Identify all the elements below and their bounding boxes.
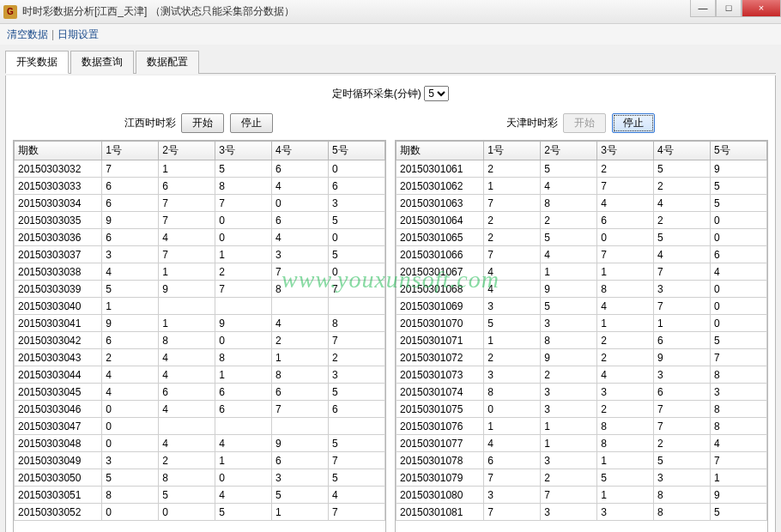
table-row[interactable]: 2015030106674746	[397, 246, 767, 263]
table-row[interactable]: 2015030107611878	[397, 418, 767, 435]
table-row[interactable]: 2015030106935470	[397, 298, 767, 315]
table-row[interactable]: 2015030304932167	[15, 452, 385, 469]
table-cell: 20150301064	[397, 212, 484, 229]
table-cell: 1	[484, 178, 541, 195]
table-row[interactable]: 2015030303467703	[15, 195, 385, 212]
table-row[interactable]: 2015030106525050	[397, 229, 767, 246]
table-cell: 5	[215, 504, 272, 521]
table-row[interactable]: 2015030304604676	[15, 401, 385, 418]
table-row[interactable]: 2015030304191948	[15, 315, 385, 332]
table-row[interactable]: 2015030305200517	[15, 504, 385, 521]
table-row[interactable]: 201503030470	[15, 418, 385, 435]
column-header[interactable]: 4号	[654, 142, 711, 160]
table-cell: 3	[102, 246, 159, 263]
table-cell: 20150301074	[397, 384, 484, 401]
table-cell: 5	[102, 469, 159, 487]
table-row[interactable]: 2015030304804495	[15, 435, 385, 452]
table-row[interactable]: 2015030303737135	[15, 246, 385, 263]
table-cell: 1	[102, 298, 159, 315]
column-header[interactable]: 2号	[541, 142, 597, 160]
left-table-scroll[interactable]: 期数1号2号3号4号5号 201503030327156020150303033…	[14, 141, 385, 532]
table-row[interactable]: 2015030106125259	[397, 160, 767, 178]
timer-select[interactable]: 5	[424, 86, 449, 101]
table-cell	[272, 418, 329, 435]
minimize-button[interactable]: —	[690, 0, 716, 17]
table-cell: 3	[484, 366, 541, 384]
table-row[interactable]: 2015030107053110	[397, 315, 767, 332]
table-cell: 4	[329, 487, 385, 504]
table-row[interactable]: 2015030107972531	[397, 469, 767, 487]
table-cell: 5	[272, 487, 329, 504]
table-cell: 8	[711, 366, 767, 384]
table-row[interactable]: 2015030304268027	[15, 332, 385, 349]
table-cell: 5	[329, 212, 385, 229]
table-row[interactable]: 2015030305185454	[15, 487, 385, 504]
table-row[interactable]: 2015030107332438	[397, 366, 767, 384]
table-cell: 0	[329, 229, 385, 246]
table-row[interactable]: 2015030107118265	[397, 332, 767, 349]
table-cell: 7	[541, 487, 597, 504]
table-row[interactable]: 2015030303664040	[15, 229, 385, 246]
column-header[interactable]: 期数	[397, 142, 484, 160]
column-header[interactable]: 4号	[272, 142, 329, 160]
table-row[interactable]: 2015030106378445	[397, 195, 767, 212]
table-cell: 5	[711, 178, 767, 195]
table-row[interactable]: 2015030107483363	[397, 384, 767, 401]
table-cell: 1	[541, 418, 597, 435]
table-row[interactable]: 2015030303959787	[15, 281, 385, 298]
table-row[interactable]: 2015030303841270	[15, 263, 385, 281]
table-row[interactable]: 2015030304324812	[15, 349, 385, 366]
column-header[interactable]: 2号	[159, 142, 215, 160]
tab-data-query[interactable]: 数据查询	[70, 51, 134, 74]
column-header[interactable]: 5号	[711, 142, 767, 160]
menu-date-settings[interactable]: 日期设置	[58, 27, 99, 42]
table-row[interactable]: 2015030106214725	[397, 178, 767, 195]
table-row[interactable]: 2015030304444183	[15, 366, 385, 384]
left-start-button[interactable]: 开始	[181, 113, 224, 133]
column-header[interactable]: 3号	[215, 142, 272, 160]
table-row[interactable]: 2015030106422620	[397, 212, 767, 229]
table-row[interactable]: 2015030303271560	[15, 160, 385, 178]
column-header[interactable]: 1号	[102, 142, 159, 160]
table-row[interactable]: 2015030107741824	[397, 435, 767, 452]
table-row[interactable]: 2015030106741174	[397, 263, 767, 281]
column-header[interactable]: 3号	[597, 142, 654, 160]
table-row[interactable]: 2015030107229297	[397, 349, 767, 366]
menu-clear-data[interactable]: 清空数据	[7, 27, 48, 42]
table-row[interactable]: 201503030401	[15, 298, 385, 315]
table-row[interactable]: 2015030304546665	[15, 384, 385, 401]
close-button[interactable]: ×	[742, 0, 781, 17]
table-cell: 20150301069	[397, 298, 484, 315]
table-cell: 5	[711, 504, 767, 521]
table-cell: 9	[102, 315, 159, 332]
table-cell: 2	[159, 452, 215, 469]
table-row[interactable]: 2015030305058035	[15, 469, 385, 487]
table-cell: 4	[541, 246, 597, 263]
tab-lottery-data[interactable]: 开奖数据	[5, 51, 69, 74]
table-cell: 1	[215, 366, 272, 384]
table-row[interactable]: 2015030303597065	[15, 212, 385, 229]
table-cell: 6	[159, 384, 215, 401]
left-stop-button[interactable]: 停止	[230, 113, 273, 133]
table-row[interactable]: 2015030108173385	[397, 504, 767, 521]
table-row[interactable]: 2015030107503278	[397, 401, 767, 418]
table-cell: 8	[654, 487, 711, 504]
table-row[interactable]: 2015030106849830	[397, 281, 767, 298]
tab-data-config[interactable]: 数据配置	[136, 51, 199, 74]
right-stop-button[interactable]: 停止	[612, 113, 655, 133]
table-cell: 9	[272, 435, 329, 452]
table-cell: 7	[654, 298, 711, 315]
table-cell: 2	[484, 229, 541, 246]
maximize-button[interactable]: □	[716, 0, 742, 17]
right-table-scroll[interactable]: 期数1号2号3号4号5号 201503010612525920150301062…	[396, 141, 767, 532]
table-cell: 20150301070	[397, 315, 484, 332]
column-header[interactable]: 期数	[15, 142, 102, 160]
table-cell	[215, 418, 272, 435]
right-start-button[interactable]: 开始	[563, 113, 606, 133]
table-row[interactable]: 2015030303366846	[15, 178, 385, 195]
table-cell: 9	[159, 281, 215, 298]
column-header[interactable]: 1号	[484, 142, 541, 160]
table-row[interactable]: 2015030107863157	[397, 452, 767, 469]
table-row[interactable]: 2015030108037189	[397, 487, 767, 504]
column-header[interactable]: 5号	[329, 142, 385, 160]
